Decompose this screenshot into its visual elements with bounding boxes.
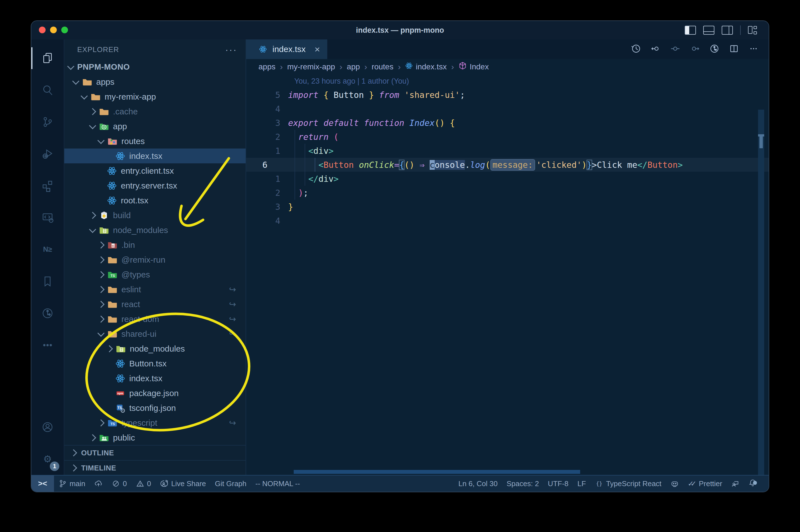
status-git-branch[interactable]: main — [54, 475, 90, 492]
close-tab-icon[interactable]: × — [315, 44, 320, 54]
status-feedback[interactable] — [727, 475, 744, 492]
activity-item-gitlens[interactable] — [31, 297, 64, 329]
chevron-down-icon[interactable] — [89, 122, 96, 129]
horizontal-scrollbar[interactable] — [294, 470, 580, 474]
tree-item-shared-ui[interactable]: shared-ui↪ — [64, 326, 246, 341]
status-prettier[interactable]: ✓✓Prettier — [683, 475, 727, 492]
close-window-button[interactable] — [39, 26, 45, 33]
zoom-window-button[interactable] — [61, 26, 68, 33]
chevron-down-icon[interactable] — [97, 329, 104, 337]
tree-item--types[interactable]: TS@types — [64, 267, 246, 282]
chevron-right-icon[interactable] — [89, 434, 96, 441]
chevron-down-icon[interactable] — [97, 137, 104, 144]
minimize-window-button[interactable] — [50, 26, 57, 33]
activity-item-search[interactable] — [31, 74, 64, 106]
tree-item--cache[interactable]: .cache — [64, 104, 246, 119]
code-line[interactable]: 3} — [246, 200, 769, 214]
tree-item--remix-run[interactable]: @remix-run — [64, 252, 246, 267]
chevron-right-icon[interactable] — [89, 108, 96, 115]
status-problems-warnings[interactable]: 0 — [132, 475, 155, 492]
tree-item-apps[interactable]: apps — [64, 74, 246, 89]
next-change-icon[interactable] — [689, 43, 700, 55]
breadcrumb-item-my-remix-app[interactable]: my-remix-app — [287, 62, 335, 71]
status-problems-errors[interactable]: 0 — [107, 475, 131, 492]
activity-item-nx-console[interactable]: N≥ — [31, 233, 64, 265]
status-indentation[interactable]: Spaces: 2 — [502, 475, 544, 492]
code-line[interactable]: 4 — [246, 102, 769, 116]
status-sync-changes[interactable] — [90, 475, 107, 492]
code-line[interactable]: 5import { Button } from 'shared-ui'; — [246, 88, 769, 102]
status-eol[interactable]: LF — [573, 475, 590, 492]
code-line[interactable]: 4 — [246, 214, 769, 228]
chevron-right-icon[interactable] — [97, 301, 104, 308]
activity-item-more-views[interactable] — [31, 329, 64, 361]
tree-item-app[interactable]: app — [64, 119, 246, 134]
tree-item-eslint[interactable]: eslint↪ — [64, 282, 246, 297]
chevron-right-icon[interactable] — [97, 419, 104, 426]
code-line[interactable]: 2 return ( — [246, 130, 769, 144]
tree-item-node-modules[interactable]: JSnode_modules — [64, 341, 246, 356]
activity-item-bookmarks[interactable] — [31, 265, 64, 297]
tree-item-build[interactable]: build — [64, 208, 246, 223]
code-line[interactable]: 3export default function Index() { — [246, 116, 769, 130]
timeline-history-icon[interactable] — [630, 43, 642, 55]
code-line[interactable]: 1 <div> — [246, 144, 769, 158]
previous-change-icon[interactable] — [650, 43, 661, 55]
code-line[interactable]: 2 ); — [246, 186, 769, 200]
status-live-share[interactable]: Live Share — [155, 475, 210, 492]
tree-item-button-tsx[interactable]: Button.tsx — [64, 356, 246, 371]
breadcrumb-item-apps[interactable]: apps — [259, 62, 275, 71]
activity-item-remote-explorer[interactable] — [31, 202, 64, 233]
customize-layout-icon[interactable] — [748, 26, 758, 34]
breadcrumb-item-index[interactable]: Index — [458, 61, 489, 72]
tree-root-pnpm-mono[interactable]: PNPM-MONO — [64, 60, 246, 74]
activity-item-explorer[interactable] — [31, 42, 64, 74]
tree-item-package-json[interactable]: npmpackage.json — [64, 386, 246, 401]
tab-index-tsx[interactable]: index.tsx × — [246, 39, 327, 59]
tree-item-my-remix-app[interactable]: my-remix-app — [64, 89, 246, 104]
tree-item-tsconfig-json[interactable]: TStsconfig.json — [64, 401, 246, 415]
more-actions-icon[interactable] — [748, 43, 759, 55]
activity-item-settings[interactable]: ⚙1 — [31, 443, 64, 475]
breadcrumb-item-routes[interactable]: routes — [372, 62, 394, 71]
chevron-right-icon[interactable] — [106, 345, 113, 352]
status-encoding[interactable]: UTF-8 — [544, 475, 573, 492]
tree-item-react-dom[interactable]: react-dom↪ — [64, 311, 246, 326]
section-timeline[interactable]: TIMELINE — [64, 460, 246, 475]
tree-item-index-tsx[interactable]: index.tsx — [64, 149, 246, 163]
chevron-down-icon[interactable] — [80, 92, 88, 99]
status-vim-mode[interactable]: -- NORMAL -- — [251, 475, 304, 492]
breadcrumb-item-index-tsx[interactable]: index.tsx — [405, 62, 447, 72]
toggle-panel-icon[interactable] — [703, 26, 715, 35]
status-cursor-position[interactable]: Ln 6, Col 30 — [454, 475, 502, 492]
code-line[interactable]: 1 </div> — [246, 172, 769, 186]
open-changes-icon[interactable] — [670, 43, 681, 55]
vertical-scrollbar[interactable] — [758, 110, 764, 475]
activity-item-extensions[interactable] — [31, 170, 64, 202]
tree-item-root-tsx[interactable]: root.tsx — [64, 193, 246, 208]
tree-item-public[interactable]: public — [64, 430, 246, 445]
chevron-down-icon[interactable] — [67, 63, 74, 70]
tree-item-node-modules[interactable]: JSnode_modules — [64, 223, 246, 238]
code-editor[interactable]: You, 23 hours ago | 1 author (You) 5impo… — [246, 74, 769, 475]
section-outline[interactable]: OUTLINE — [64, 445, 246, 460]
gitlens-graph-icon[interactable] — [709, 43, 720, 55]
split-editor-icon[interactable] — [728, 43, 740, 55]
tree-item-index-tsx[interactable]: index.tsx — [64, 371, 246, 386]
activity-item-accounts[interactable] — [31, 411, 64, 443]
activity-item-source-control[interactable] — [31, 106, 64, 138]
status-language-mode[interactable]: {}TypeScript React — [590, 475, 666, 492]
status-git-graph[interactable]: Git Graph — [210, 475, 251, 492]
tree-item-entry-client-tsx[interactable]: entry.client.tsx — [64, 163, 246, 178]
activity-item-run-and-debug[interactable] — [31, 138, 64, 170]
chevron-down-icon[interactable] — [72, 77, 79, 84]
toggle-secondary-sidebar-icon[interactable] — [722, 26, 733, 35]
status-notifications[interactable] — [744, 475, 763, 492]
chevron-right-icon[interactable] — [97, 316, 104, 323]
tree-item-typescript[interactable]: TStypescript↪ — [64, 415, 246, 430]
explorer-more-actions-icon[interactable]: ··· — [225, 48, 237, 51]
status-remote-indicator[interactable]: >< — [31, 475, 54, 492]
chevron-down-icon[interactable] — [89, 226, 96, 233]
tree-item-react[interactable]: react↪ — [64, 297, 246, 311]
chevron-right-icon[interactable] — [89, 212, 96, 219]
